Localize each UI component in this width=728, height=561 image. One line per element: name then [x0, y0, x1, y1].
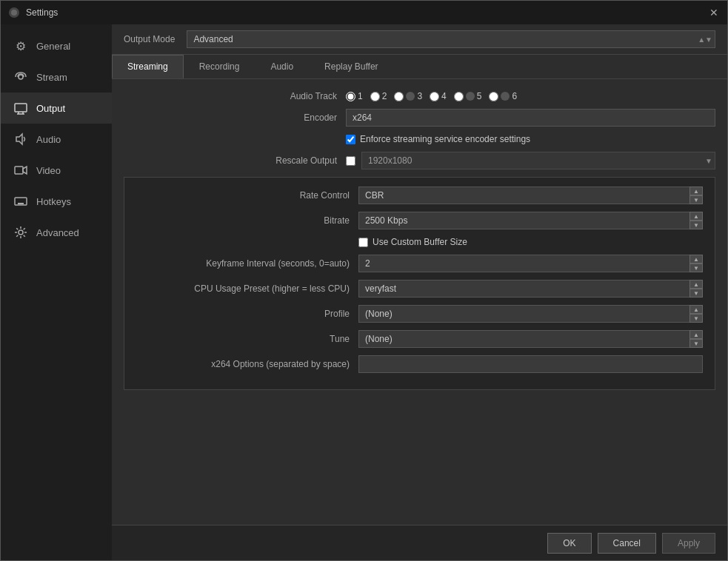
tune-row: Tune (None) film animation grain ▲ ▼ — [136, 330, 703, 348]
rate-control-down[interactable]: ▼ — [689, 195, 703, 204]
rate-control-up[interactable]: ▲ — [689, 187, 703, 195]
rescale-controls: 1920x1080 ▼ — [346, 152, 715, 169]
footer: OK Cancel Apply — [112, 525, 727, 560]
sidebar-item-stream[interactable]: Stream — [1, 61, 112, 93]
audio-track-4[interactable]: 4 — [430, 91, 447, 101]
tune-up[interactable]: ▲ — [689, 330, 703, 339]
keyframe-down[interactable]: ▼ — [689, 263, 703, 272]
apply-button[interactable]: Apply — [662, 533, 715, 554]
audio-icon — [13, 131, 29, 147]
content-area: Output Mode Advanced Simple ▲▼ Streaming… — [112, 24, 727, 560]
profile-down[interactable]: ▼ — [689, 314, 703, 323]
close-button[interactable]: ✕ — [708, 7, 720, 19]
svg-point-2 — [19, 75, 23, 79]
sidebar-item-advanced[interactable]: Advanced — [1, 217, 112, 248]
settings-panel: Audio Track 1 2 3 — [112, 79, 727, 525]
enforce-checkbox-row: Enforce streaming service encoder settin… — [124, 134, 715, 144]
keyframe-row: Keyframe Interval (seconds, 0=auto) ▲ ▼ — [136, 255, 703, 272]
custom-buffer-row: Use Custom Buffer Size — [136, 237, 703, 247]
output-mode-bar: Output Mode Advanced Simple ▲▼ — [112, 24, 727, 55]
encoder-row: Encoder x264 NVENC H.264 NVENC HEVC — [124, 109, 715, 127]
x264-options-input[interactable] — [358, 355, 703, 373]
tune-spinners: ▲ ▼ — [689, 330, 703, 348]
rate-control-label: Rate Control — [136, 190, 358, 201]
sidebar-item-video[interactable]: Video — [1, 155, 112, 186]
keyframe-input[interactable] — [358, 255, 703, 272]
rescale-checkbox[interactable] — [346, 156, 355, 166]
audio-track-5[interactable]: 5 — [454, 91, 482, 101]
profile-up[interactable]: ▲ — [689, 305, 703, 314]
rate-control-row: Rate Control CBR ABR VBR CQP ▲ ▼ — [136, 187, 703, 204]
keyframe-label: Keyframe Interval (seconds, 0=auto) — [136, 258, 358, 269]
bitrate-input[interactable] — [358, 212, 703, 229]
bitrate-down[interactable]: ▼ — [689, 221, 703, 229]
rate-control-select[interactable]: CBR ABR VBR CQP — [358, 187, 703, 204]
profile-select-wrapper: (None) baseline main high ▲ ▼ — [358, 305, 703, 323]
profile-spinners: ▲ ▼ — [689, 305, 703, 323]
tune-down[interactable]: ▼ — [689, 339, 703, 348]
cancel-button[interactable]: Cancel — [598, 533, 656, 554]
x264-options-row: x264 Options (separated by space) — [136, 355, 703, 373]
sidebar: ⚙ General Stream — [1, 24, 112, 560]
output-icon — [13, 100, 29, 116]
sidebar-item-hotkeys[interactable]: Hotkeys — [1, 186, 112, 217]
bitrate-label: Bitrate — [136, 215, 358, 226]
encoder-select-wrapper: x264 NVENC H.264 NVENC HEVC — [346, 109, 715, 127]
keyframe-input-wrapper: ▲ ▼ — [358, 255, 703, 272]
profile-row: Profile (None) baseline main high ▲ ▼ — [136, 305, 703, 323]
audio-track-3[interactable]: 3 — [394, 91, 422, 101]
output-mode-select[interactable]: Advanced Simple — [187, 30, 715, 48]
encoder-select[interactable]: x264 NVENC H.264 NVENC HEVC — [346, 109, 715, 127]
tune-label: Tune — [136, 334, 358, 344]
cpu-preset-down[interactable]: ▼ — [689, 289, 703, 298]
svg-point-1 — [11, 10, 17, 16]
cpu-preset-up[interactable]: ▲ — [689, 280, 703, 289]
sidebar-label-hotkeys: Hotkeys — [36, 196, 71, 207]
cpu-preset-select[interactable]: ultrafast superfast veryfast faster fast… — [358, 280, 703, 298]
svg-point-16 — [19, 230, 23, 235]
audio-track-1[interactable]: 1 — [346, 91, 363, 101]
output-mode-select-wrapper: Advanced Simple ▲▼ — [187, 30, 715, 48]
tune-select-wrapper: (None) film animation grain ▲ ▼ — [358, 330, 703, 348]
rate-control-select-wrapper: CBR ABR VBR CQP ▲ ▼ — [358, 187, 703, 204]
sidebar-label-general: General — [36, 41, 70, 52]
tune-select[interactable]: (None) film animation grain — [358, 330, 703, 348]
sidebar-item-general[interactable]: ⚙ General — [1, 30, 112, 61]
custom-buffer-label[interactable]: Use Custom Buffer Size — [358, 237, 467, 247]
tab-audio[interactable]: Audio — [255, 55, 309, 78]
bitrate-row: Bitrate ▲ ▼ — [136, 212, 703, 229]
audio-track-row: Audio Track 1 2 3 — [124, 91, 715, 101]
rate-control-spinners: ▲ ▼ — [689, 187, 703, 204]
main-content: ⚙ General Stream — [1, 24, 727, 560]
titlebar: Settings ✕ — [1, 1, 727, 24]
enforce-checkbox-label[interactable]: Enforce streaming service encoder settin… — [346, 134, 530, 144]
enforce-checkbox[interactable] — [346, 135, 355, 144]
keyframe-up[interactable]: ▲ — [689, 255, 703, 263]
rescale-select[interactable]: 1920x1080 — [361, 152, 715, 169]
titlebar-left: Settings — [8, 7, 58, 19]
rescale-label: Rescale Output — [124, 155, 346, 166]
sidebar-item-audio[interactable]: Audio — [1, 124, 112, 155]
audio-track-6[interactable]: 6 — [489, 91, 517, 101]
sidebar-label-video: Video — [36, 165, 61, 176]
audio-track-label: Audio Track — [124, 91, 346, 101]
cpu-preset-label: CPU Usage Preset (higher = less CPU) — [136, 283, 358, 294]
audio-track-2[interactable]: 2 — [370, 91, 387, 101]
sidebar-item-output[interactable]: Output — [1, 93, 112, 124]
tab-streaming[interactable]: Streaming — [112, 55, 184, 78]
custom-buffer-checkbox[interactable] — [358, 238, 368, 247]
tab-recording[interactable]: Recording — [184, 55, 256, 78]
sidebar-label-stream: Stream — [36, 72, 67, 83]
inner-settings-box: Rate Control CBR ABR VBR CQP ▲ ▼ — [124, 177, 715, 390]
ok-button[interactable]: OK — [547, 533, 591, 554]
tab-replay-buffer[interactable]: Replay Buffer — [309, 55, 394, 78]
encoder-label: Encoder — [124, 112, 346, 123]
cpu-preset-select-wrapper: ultrafast superfast veryfast faster fast… — [358, 280, 703, 298]
advanced-icon — [13, 224, 29, 241]
sidebar-label-audio: Audio — [36, 134, 61, 145]
rescale-row: Rescale Output 1920x1080 ▼ — [124, 152, 715, 169]
profile-select[interactable]: (None) baseline main high — [358, 305, 703, 323]
bitrate-up[interactable]: ▲ — [689, 212, 703, 221]
settings-window: Settings ✕ ⚙ General Stream — [0, 0, 728, 561]
cpu-preset-row: CPU Usage Preset (higher = less CPU) ult… — [136, 280, 703, 298]
